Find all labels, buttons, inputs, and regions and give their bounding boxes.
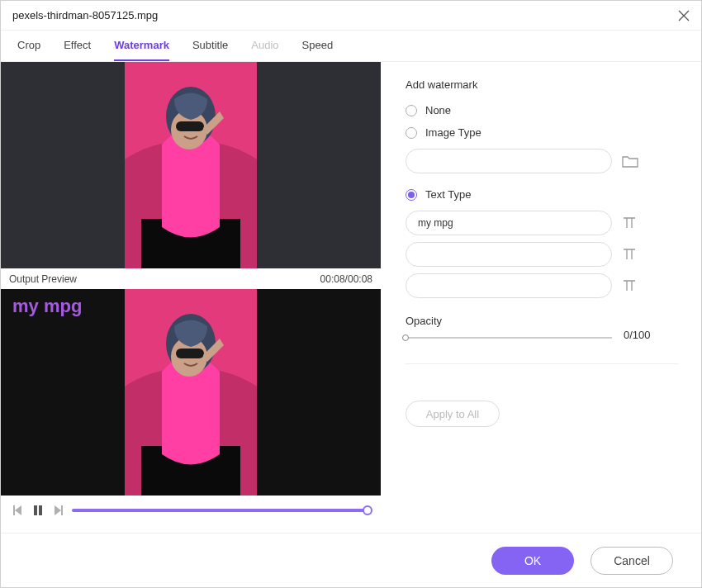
- pause-button[interactable]: [32, 505, 44, 516]
- footer: OK Cancel: [1, 533, 701, 587]
- svg-rect-15: [61, 505, 63, 515]
- text-style-icon: [622, 216, 637, 230]
- svg-rect-14: [39, 505, 42, 515]
- section-title: Add watermark: [406, 78, 678, 91]
- radio-image-label: Image Type: [425, 126, 481, 139]
- next-icon: [52, 505, 64, 516]
- portrait-image-output: [125, 289, 257, 496]
- browse-button[interactable]: [622, 154, 638, 168]
- font-button-2[interactable]: [622, 247, 637, 262]
- body: Output Preview 00:08/00:08 my mpg: [1, 62, 701, 524]
- opacity-value: 0/100: [624, 329, 651, 341]
- titlebar: pexels-thirdman-8057125.mpg: [1, 1, 701, 31]
- tab-bar: Crop Effect Watermark Subtitle Audio Spe…: [1, 31, 701, 62]
- output-preview-label: Output Preview: [9, 273, 77, 285]
- opacity-section: Opacity 0/100: [406, 315, 678, 342]
- tab-speed[interactable]: Speed: [302, 39, 334, 61]
- seek-slider[interactable]: [72, 509, 369, 512]
- svg-rect-12: [13, 505, 15, 515]
- dialog-window: pexels-thirdman-8057125.mpg Crop Effect …: [0, 0, 702, 588]
- close-button[interactable]: [678, 10, 690, 21]
- prev-icon: [12, 505, 24, 516]
- text-line3-input[interactable]: [406, 273, 612, 298]
- svg-rect-13: [34, 505, 37, 515]
- svg-rect-5: [176, 121, 204, 131]
- radio-none-row[interactable]: None: [406, 104, 678, 116]
- opacity-thumb[interactable]: [402, 334, 409, 341]
- portrait-image: [125, 62, 257, 268]
- tab-audio: Audio: [251, 39, 278, 61]
- preview-info-bar: Output Preview 00:08/00:08: [1, 268, 381, 289]
- cancel-button[interactable]: Cancel: [591, 547, 673, 575]
- source-preview: [1, 62, 381, 268]
- text-line2-row: [406, 242, 678, 267]
- text-line2-input[interactable]: [406, 242, 612, 267]
- watermark-overlay-text: my mpg: [12, 296, 82, 317]
- radio-none[interactable]: [406, 105, 417, 116]
- opacity-label: Opacity: [406, 315, 678, 327]
- window-title: pexels-thirdman-8057125.mpg: [12, 9, 158, 21]
- text-style-icon: [622, 278, 637, 293]
- radio-image[interactable]: [406, 127, 417, 139]
- radio-text-label: Text Type: [425, 188, 471, 201]
- font-button-3[interactable]: [622, 278, 637, 293]
- svg-rect-11: [176, 349, 204, 358]
- tab-watermark[interactable]: Watermark: [114, 39, 169, 61]
- right-panel: Add watermark None Image Type Text Type: [381, 62, 701, 524]
- pause-icon: [32, 505, 44, 516]
- radio-text-row[interactable]: Text Type: [406, 188, 678, 201]
- text-line1-row: [406, 211, 678, 235]
- text-line3-row: [406, 273, 678, 298]
- text-line1-input[interactable]: [406, 211, 612, 235]
- close-icon: [678, 10, 690, 21]
- radio-image-row[interactable]: Image Type: [406, 126, 678, 139]
- text-style-icon: [622, 247, 637, 262]
- prev-button[interactable]: [12, 505, 24, 516]
- time-display: 00:08/00:08: [320, 273, 372, 285]
- radio-text[interactable]: [406, 189, 417, 201]
- tab-crop[interactable]: Crop: [17, 39, 40, 61]
- image-path-input[interactable]: [406, 149, 612, 173]
- tab-subtitle[interactable]: Subtitle: [192, 39, 228, 61]
- output-preview: my mpg: [1, 289, 381, 496]
- opacity-slider[interactable]: [406, 337, 612, 339]
- image-path-row: [406, 149, 678, 173]
- ok-button[interactable]: OK: [491, 547, 574, 575]
- folder-icon: [622, 154, 638, 168]
- radio-none-label: None: [425, 104, 451, 116]
- left-panel: Output Preview 00:08/00:08 my mpg: [1, 62, 381, 524]
- playback-controls: [1, 496, 381, 524]
- next-button[interactable]: [52, 505, 64, 516]
- tab-effect[interactable]: Effect: [64, 39, 91, 61]
- apply-all-button: Apply to All: [406, 401, 500, 427]
- seek-thumb[interactable]: [363, 505, 372, 515]
- font-button-1[interactable]: [622, 216, 637, 230]
